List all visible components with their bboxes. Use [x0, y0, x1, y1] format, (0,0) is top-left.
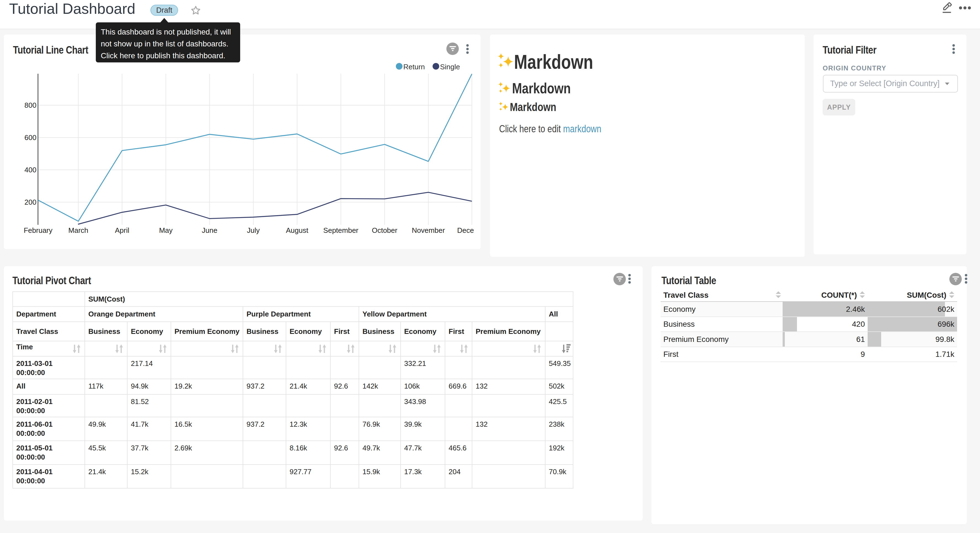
svg-text:November: November	[412, 226, 445, 235]
svg-text:May: May	[159, 226, 173, 235]
svg-text:October: October	[372, 226, 398, 235]
svg-text:March: March	[68, 226, 88, 235]
svg-text:400: 400	[25, 166, 37, 174]
svg-text:July: July	[247, 226, 260, 235]
svg-text:April: April	[115, 226, 129, 235]
svg-text:200: 200	[25, 198, 37, 206]
svg-text:600: 600	[25, 133, 37, 142]
svg-text:Dece: Dece	[457, 226, 474, 235]
svg-text:September: September	[323, 226, 359, 235]
svg-text:August: August	[286, 226, 309, 235]
svg-text:800: 800	[25, 101, 37, 109]
svg-text:June: June	[202, 226, 217, 235]
svg-text:February: February	[24, 226, 52, 235]
